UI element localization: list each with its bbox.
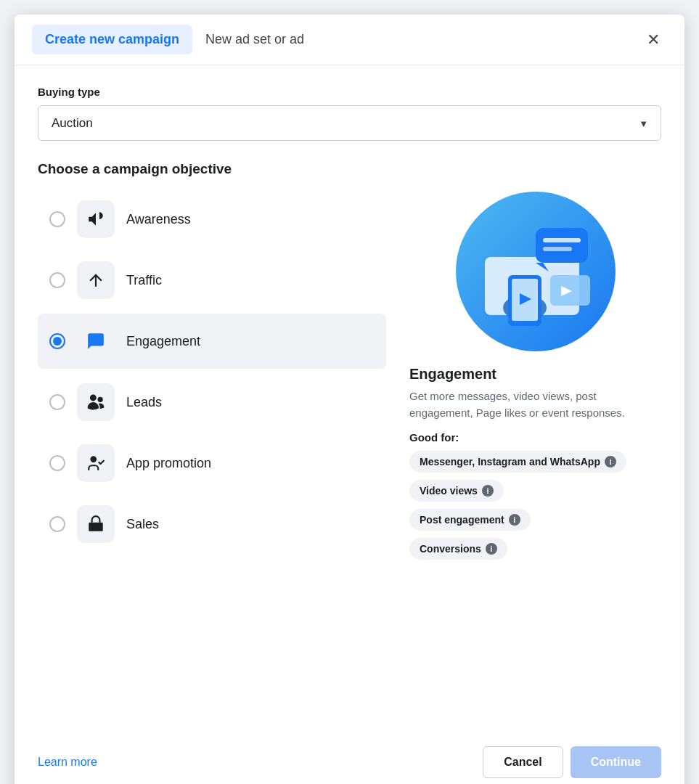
main-content: Awareness Traffic: [38, 192, 661, 714]
radio-awareness: [49, 211, 65, 227]
radio-traffic: [49, 272, 65, 288]
messenger-info-icon[interactable]: i: [605, 456, 616, 467]
good-for-label: Good for:: [409, 431, 459, 444]
engagement-label: Engagement: [126, 334, 200, 349]
modal-header: Create new campaign New ad set or ad ✕: [15, 15, 684, 65]
svg-rect-7: [536, 228, 588, 263]
objective-section-label: Choose a campaign objective: [38, 161, 661, 177]
engagement-icon-box: [77, 322, 115, 360]
close-icon: ✕: [647, 30, 660, 49]
detail-title: Engagement: [409, 366, 496, 383]
objectives-list: Awareness Traffic: [38, 192, 386, 714]
radio-app-promotion: [49, 455, 65, 471]
sales-icon-box: [77, 505, 115, 543]
objective-awareness[interactable]: Awareness: [38, 192, 386, 247]
tag-conversions: Conversions i: [409, 538, 507, 560]
conversions-info-icon[interactable]: i: [486, 543, 497, 555]
objective-sales[interactable]: Sales: [38, 497, 386, 552]
app-promotion-label: App promotion: [126, 456, 211, 471]
engagement-illustration: [456, 192, 616, 351]
awareness-label: Awareness: [126, 212, 191, 227]
footer-buttons: Cancel Continue: [483, 746, 661, 778]
tag-post-engagement: Post engagement i: [409, 509, 531, 531]
post-engagement-info-icon[interactable]: i: [509, 514, 520, 526]
buying-type-label: Buying type: [38, 86, 661, 98]
tag-messenger: Messenger, Instagram and WhatsApp i: [409, 451, 626, 473]
detail-panel: Engagement Get more messages, video view…: [386, 192, 661, 714]
traffic-label: Traffic: [126, 273, 162, 288]
conversions-tag-label: Conversions: [420, 543, 481, 555]
video-views-info-icon[interactable]: i: [482, 485, 494, 497]
learn-more-link[interactable]: Learn more: [38, 756, 97, 769]
radio-engagement: [49, 333, 65, 349]
video-views-tag-label: Video views: [420, 485, 478, 497]
awareness-icon-box: [77, 200, 115, 238]
modal-footer: Learn more Cancel Continue: [15, 732, 684, 784]
messenger-tag-label: Messenger, Instagram and WhatsApp: [420, 456, 600, 467]
objective-engagement[interactable]: Engagement: [38, 314, 386, 369]
svg-rect-9: [543, 247, 572, 251]
objective-traffic[interactable]: Traffic: [38, 253, 386, 308]
traffic-icon-box: [77, 261, 115, 299]
tab-create-campaign[interactable]: Create new campaign: [32, 25, 192, 54]
tag-video-views: Video views i: [409, 480, 504, 502]
continue-button[interactable]: Continue: [571, 746, 661, 778]
modal-body: Buying type Auction Reach and Frequency …: [15, 65, 684, 714]
radio-sales: [49, 516, 65, 532]
radio-leads: [49, 394, 65, 410]
objective-leads[interactable]: Leads: [38, 375, 386, 430]
tags-list: Messenger, Instagram and WhatsApp i Vide…: [409, 451, 626, 565]
modal-dialog: Create new campaign New ad set or ad ✕ B…: [15, 15, 684, 784]
svg-point-0: [90, 456, 97, 462]
svg-rect-8: [543, 238, 581, 242]
objective-app-promotion[interactable]: App promotion: [38, 436, 386, 491]
app-promotion-icon-box: [77, 444, 115, 482]
close-button[interactable]: ✕: [639, 26, 667, 54]
leads-label: Leads: [126, 395, 162, 410]
detail-description: Get more messages, video views, post eng…: [409, 388, 661, 421]
svg-rect-1: [89, 523, 103, 531]
sales-label: Sales: [126, 517, 159, 532]
buying-type-wrapper: Auction Reach and Frequency ▼: [38, 105, 661, 141]
post-engagement-tag-label: Post engagement: [420, 514, 504, 526]
tab-new-ad-set[interactable]: New ad set or ad: [192, 25, 317, 54]
buying-type-select[interactable]: Auction Reach and Frequency: [38, 105, 661, 141]
cancel-button[interactable]: Cancel: [483, 746, 563, 778]
leads-icon-box: [77, 383, 115, 421]
